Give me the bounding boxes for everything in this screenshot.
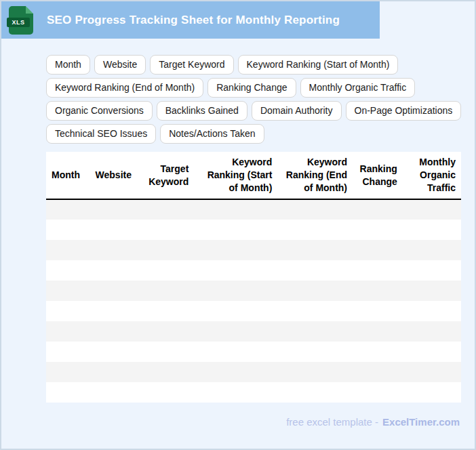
empty-cell [403,321,461,342]
tag-backlinks-gained[interactable]: Backlinks Gained [157,101,247,121]
empty-cell [138,321,194,342]
tracking-sheet-table-container: MonthWebsiteTarget KeywordKeyword Rankin… [46,152,461,403]
table-row [46,260,461,281]
empty-cell [403,382,461,403]
empty-cell [138,342,194,362]
column-header-website: Website [90,152,138,199]
empty-cell [277,260,353,281]
empty-cell [277,281,353,301]
table-row [46,382,461,403]
empty-cell [138,260,194,281]
empty-cell [46,281,90,301]
empty-cell [90,342,138,362]
empty-cell [194,260,277,281]
empty-cell [138,240,194,260]
table-body [46,199,461,403]
tag-month[interactable]: Month [46,55,90,75]
empty-cell [138,281,194,301]
empty-cell [403,199,461,220]
empty-cell [277,301,353,321]
empty-cell [353,260,403,281]
empty-cell [403,240,461,260]
empty-cell [46,382,90,403]
tag-website[interactable]: Website [94,55,146,75]
empty-cell [194,362,277,382]
empty-cell [194,382,277,403]
tag-row: Keyword Ranking (End of Month)Ranking Ch… [46,78,461,98]
empty-cell [194,321,277,342]
table-row [46,321,461,342]
template-preview-page: XLS SEO Progress Tracking Sheet for Mont… [0,0,476,450]
footer-brand-link[interactable]: ExcelTimer.com [382,416,460,428]
table-row [46,342,461,362]
empty-cell [90,260,138,281]
empty-cell [353,382,403,403]
footer-credit: free excel template -ExcelTimer.com [286,416,460,428]
empty-cell [403,220,461,240]
empty-cell [353,362,403,382]
tag-row: MonthWebsiteTarget KeywordKeyword Rankin… [46,55,461,75]
empty-cell [353,301,403,321]
empty-cell [277,199,353,220]
empty-cell [138,301,194,321]
empty-cell [353,220,403,240]
empty-cell [403,281,461,301]
empty-cell [353,281,403,301]
empty-cell [90,301,138,321]
table-row [46,362,461,382]
empty-cell [353,240,403,260]
empty-cell [90,220,138,240]
empty-cell [403,301,461,321]
column-header-keyword-ranking-start-of-month: Keyword Ranking (Start of Month) [194,152,277,199]
page-title: SEO Progress Tracking Sheet for Monthly … [47,14,340,27]
xls-file-icon: XLS [9,6,33,35]
empty-cell [138,382,194,403]
table-row [46,240,461,260]
tag-row: Technical SEO IssuesNotes/Actions Taken [46,124,461,144]
empty-cell [403,260,461,281]
column-header-target-keyword: Target Keyword [138,152,194,199]
tag-keyword-ranking-start-of-month[interactable]: Keyword Ranking (Start of Month) [238,55,399,75]
empty-cell [277,382,353,403]
tag-monthly-organic-traffic[interactable]: Monthly Organic Traffic [300,78,416,98]
table-header-row: MonthWebsiteTarget KeywordKeyword Rankin… [46,152,461,199]
empty-cell [46,362,90,382]
field-tag-list: MonthWebsiteTarget KeywordKeyword Rankin… [46,55,461,147]
empty-cell [138,199,194,220]
tag-ranking-change[interactable]: Ranking Change [207,78,296,98]
column-header-ranking-change: Ranking Change [353,152,403,199]
empty-cell [353,321,403,342]
empty-cell [46,321,90,342]
empty-cell [138,362,194,382]
tag-on-page-optimizations[interactable]: On-Page Optimizations [346,101,462,121]
empty-cell [277,362,353,382]
empty-cell [46,301,90,321]
table-row [46,199,461,220]
empty-cell [353,342,403,362]
empty-cell [403,342,461,362]
empty-cell [46,260,90,281]
empty-cell [277,321,353,342]
empty-cell [403,362,461,382]
tag-domain-authority[interactable]: Domain Authority [252,101,342,121]
empty-cell [277,342,353,362]
tag-row: Organic ConversionsBacklinks GainedDomai… [46,101,461,121]
column-header-monthly-organic-traffic: Monthly Organic Traffic [403,152,461,199]
empty-cell [90,362,138,382]
tracking-sheet-table: MonthWebsiteTarget KeywordKeyword Rankin… [46,152,461,403]
tag-technical-seo-issues[interactable]: Technical SEO Issues [46,124,156,144]
table-row [46,220,461,240]
empty-cell [90,321,138,342]
tag-target-keyword[interactable]: Target Keyword [150,55,233,75]
empty-cell [90,199,138,220]
tag-keyword-ranking-end-of-month[interactable]: Keyword Ranking (End of Month) [46,78,203,98]
empty-cell [194,281,277,301]
empty-cell [90,382,138,403]
empty-cell [353,199,403,220]
tag-organic-conversions[interactable]: Organic Conversions [46,101,153,121]
empty-cell [194,342,277,362]
empty-cell [277,220,353,240]
empty-cell [194,199,277,220]
tag-notes-actions-taken[interactable]: Notes/Actions Taken [160,124,264,144]
empty-cell [194,301,277,321]
